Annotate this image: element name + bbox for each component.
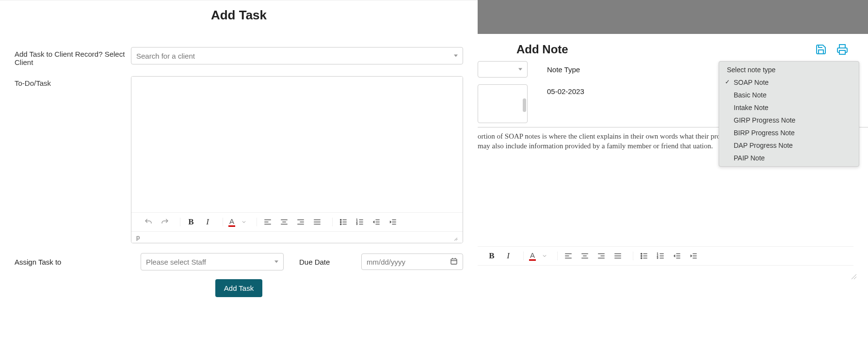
align-justify-icon[interactable]: [612, 251, 623, 261]
todo-label: To-Do/Task: [15, 76, 131, 87]
outdent-icon[interactable]: [371, 217, 382, 227]
align-justify-icon[interactable]: [312, 217, 322, 227]
chevron-down-icon: [454, 55, 458, 57]
italic-icon[interactable]: I: [202, 217, 213, 227]
svg-text:3: 3: [657, 256, 659, 259]
chevron-down-icon[interactable]: [241, 217, 247, 227]
assign-label: Assign Task to: [15, 258, 131, 266]
print-icon[interactable]: [836, 43, 849, 56]
dropdown-option-birp[interactable]: BIRP Progress Note: [719, 127, 859, 139]
align-right-icon[interactable]: [295, 217, 306, 227]
align-center-icon[interactable]: [279, 217, 289, 227]
add-task-button[interactable]: Add Task: [215, 279, 262, 297]
resize-handle-icon[interactable]: [851, 273, 857, 280]
svg-point-48: [641, 255, 642, 256]
scrollbar-thumb[interactable]: [523, 98, 526, 112]
indent-icon[interactable]: [688, 251, 699, 261]
chevron-down-icon[interactable]: [542, 251, 547, 261]
undo-icon[interactable]: [143, 217, 154, 227]
align-left-icon[interactable]: [563, 251, 574, 261]
indent-icon[interactable]: [387, 217, 398, 227]
outdent-icon[interactable]: [672, 251, 682, 261]
note-editor-toolbar: B I A 123: [478, 246, 853, 266]
svg-point-12: [340, 219, 341, 220]
save-icon[interactable]: [815, 43, 827, 56]
svg-point-14: [340, 223, 341, 224]
svg-point-13: [340, 221, 341, 222]
dropdown-option-soap[interactable]: SOAP Note: [719, 76, 859, 89]
chevron-down-icon: [274, 261, 278, 263]
resize-handle-icon[interactable]: [452, 235, 458, 240]
dropdown-option-basic[interactable]: Basic Note: [719, 89, 859, 101]
add-note-title: Add Note: [516, 43, 568, 56]
client-label: Add Task to Client Record? Select Client: [15, 47, 131, 66]
staff-select[interactable]: Please select Staff: [141, 253, 284, 270]
client-select-placeholder: Search for a client: [136, 52, 195, 60]
due-date-input[interactable]: mm/dd/yyyy: [361, 253, 463, 270]
dropdown-option-paip[interactable]: PAIP Note: [719, 152, 859, 164]
add-task-title: Add Task: [15, 8, 463, 23]
dropdown-option-girp[interactable]: GIRP Progress Note: [719, 114, 859, 127]
bold-icon[interactable]: B: [186, 217, 196, 227]
dropdown-option-dap[interactable]: DAP Progress Note: [719, 139, 859, 152]
numbered-list-icon[interactable]: 123: [655, 251, 666, 261]
svg-point-47: [641, 253, 642, 254]
todo-editor-body[interactable]: [131, 77, 463, 212]
staff-select-placeholder: Please select Staff: [146, 258, 206, 266]
svg-rect-30: [451, 259, 457, 264]
dropdown-option-intake[interactable]: Intake Note: [719, 101, 859, 114]
bullet-list-icon[interactable]: [639, 251, 649, 261]
note-date: 05-02-2023: [547, 84, 584, 95]
partial-select[interactable]: [478, 61, 528, 78]
italic-icon[interactable]: I: [503, 251, 514, 261]
editor-path: p: [136, 234, 140, 241]
redo-icon[interactable]: [160, 217, 170, 227]
numbered-list-icon[interactable]: 123: [354, 217, 365, 227]
note-type-label: Note Type: [547, 65, 580, 74]
partial-textarea[interactable]: [478, 84, 528, 123]
align-left-icon[interactable]: [262, 217, 273, 227]
chevron-down-icon: [518, 68, 522, 71]
todo-editor-toolbar: B I A: [131, 212, 463, 231]
bullet-list-icon[interactable]: [338, 217, 349, 227]
svg-point-49: [641, 257, 642, 258]
dropdown-header: Select note type: [719, 63, 859, 76]
svg-text:3: 3: [356, 222, 358, 225]
editor-status-bar: p: [131, 231, 463, 243]
modal-backdrop: [478, 0, 868, 34]
todo-editor: B I A: [131, 76, 463, 243]
text-color-icon[interactable]: A: [228, 217, 235, 227]
text-color-icon[interactable]: A: [529, 251, 536, 261]
svg-line-66: [854, 277, 856, 279]
note-type-dropdown: Select note type SOAP Note Basic Note In…: [719, 61, 859, 167]
client-select[interactable]: Search for a client: [131, 47, 463, 64]
date-placeholder: mm/dd/yyyy: [367, 258, 405, 266]
add-task-panel: Add Task Add Task to Client Record? Sele…: [0, 0, 478, 348]
calendar-icon: [450, 257, 458, 267]
align-right-icon[interactable]: [596, 251, 607, 261]
add-note-panel: Add Note Note Type: [478, 0, 868, 348]
align-center-icon[interactable]: [579, 251, 590, 261]
due-date-label: Due Date: [299, 258, 330, 266]
svg-line-65: [852, 274, 856, 279]
svg-rect-34: [839, 50, 845, 54]
bold-icon[interactable]: B: [486, 251, 497, 261]
